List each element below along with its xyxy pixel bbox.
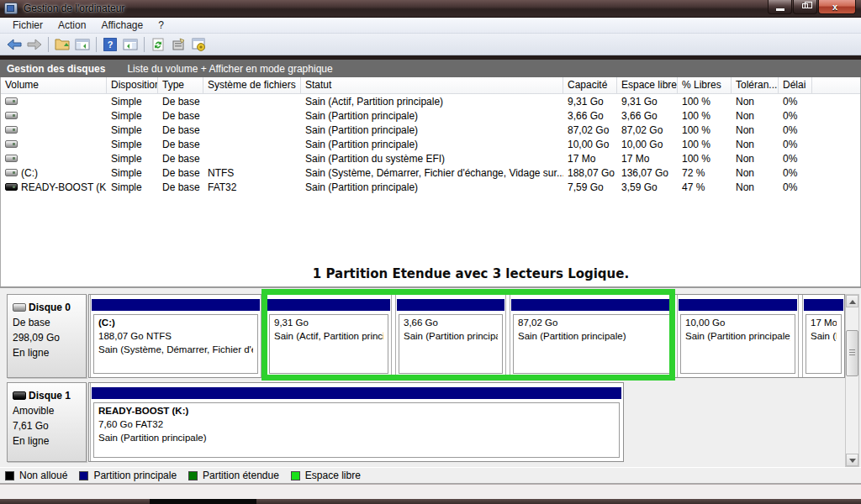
menu-fichier[interactable]: Fichier — [5, 18, 50, 33]
primary-partition-bar — [92, 299, 260, 311]
toolbar-separator — [48, 37, 49, 52]
back-icon[interactable] — [5, 35, 24, 54]
show-console-tree-icon[interactable] — [73, 35, 92, 54]
restore-button[interactable] — [793, 0, 817, 14]
primary-partition-bar — [511, 299, 672, 311]
column-header-pct-libres[interactable]: % Libres — [678, 77, 732, 93]
column-header-tolerance[interactable]: Toléran... — [732, 77, 779, 93]
legend-bar: Non alloué Partition principale Partitio… — [0, 467, 861, 484]
app-icon — [4, 3, 18, 14]
column-header-delai[interactable]: Délai — [779, 77, 812, 93]
help-icon[interactable]: ? — [101, 35, 119, 54]
svg-text:?: ? — [108, 39, 114, 50]
toolbar-separator — [96, 37, 97, 52]
volume-icon — [5, 126, 18, 134]
console-options-icon[interactable] — [189, 35, 208, 54]
refresh-icon[interactable] — [149, 35, 167, 54]
primary-partition-bar — [92, 387, 621, 399]
partition-3-66-go[interactable]: 3,66 Go Sain (Partition principal — [395, 295, 506, 377]
disk-icon — [13, 303, 26, 312]
disk0-size: 298,09 Go — [13, 332, 86, 344]
disk1-kind: Amovible — [13, 405, 86, 417]
close-button[interactable]: x — [818, 0, 856, 14]
disk-management-header: Gestion des disques Liste du volume + Af… — [0, 60, 861, 77]
table-row[interactable]: Simple De base Sain (Partition principal… — [1, 123, 860, 137]
close-icon: x — [832, 2, 837, 12]
table-row[interactable]: Simple De base Sain (Partition principal… — [1, 137, 860, 151]
disk0-label-panel[interactable]: Disque 0 De base 298,09 Go En ligne — [7, 294, 87, 378]
table-row[interactable]: READY-BOOST (K:) Simple De base FAT32 Sa… — [1, 180, 860, 194]
forward-icon[interactable] — [25, 35, 44, 54]
graphical-view: Disque 0 De base 298,09 Go En ligne (C:)… — [0, 288, 861, 484]
minimize-button[interactable] — [768, 0, 792, 14]
partition-87-02-go[interactable]: 87,02 Go Sain (Partition principale) — [510, 295, 673, 377]
primary-partition-bar — [397, 299, 504, 311]
disk1-strip: READY-BOOST (K:) 7,60 Go FAT32 Sain (Par… — [88, 382, 624, 462]
table-row[interactable]: Simple De base Sain (Partition principal… — [1, 108, 860, 123]
scrollbar-thumb[interactable] — [846, 330, 858, 376]
column-header-capacite[interactable]: Capacité — [563, 77, 617, 93]
volume-list: Volume Disposition Type Système de fichi… — [0, 77, 861, 286]
disk1-size: 7,61 Go — [13, 420, 86, 432]
partition-ready-boost[interactable]: READY-BOOST (K:) 7,60 Go FAT32 Sain (Par… — [90, 383, 622, 461]
column-header-filesystem[interactable]: Système de fichiers — [203, 77, 301, 93]
menu-bar: Fichier Action Affichage ? — [0, 18, 861, 34]
up-one-level-icon[interactable] — [53, 35, 71, 54]
table-row[interactable]: (C:) Simple De base NTFS Sain (Système, … — [1, 165, 860, 180]
partition-efi[interactable]: 17 Mo Sain (P — [802, 295, 844, 377]
removable-disk-icon — [13, 391, 26, 400]
disk1-status: En ligne — [13, 435, 86, 447]
properties-icon[interactable] — [169, 35, 188, 54]
column-header-disposition[interactable]: Disposition — [107, 77, 158, 93]
volume-icon — [5, 97, 18, 105]
taskbar-edge — [0, 499, 861, 504]
table-header: Volume Disposition Type Système de fichi… — [1, 77, 860, 94]
toolbar: ? — [0, 34, 861, 55]
legend-item-partition-etendue: Partition étendue — [188, 470, 279, 481]
primary-partition-bar — [267, 299, 390, 311]
menu-affichage[interactable]: Affichage — [93, 18, 151, 33]
legend-item-espace-libre: Espace libre — [291, 470, 361, 481]
legend-item-partition-principale: Partition principale — [79, 470, 177, 481]
volume-icon — [5, 140, 18, 148]
minimize-icon — [776, 8, 784, 11]
disk0-kind: De base — [13, 317, 86, 328]
table-row[interactable]: Simple De base Sain (Partition du systèm… — [1, 151, 860, 165]
status-bar — [0, 484, 861, 499]
volume-icon — [5, 169, 18, 176]
computer-management-window: Gestion de l'ordinateur x Fichier Action… — [0, 0, 861, 504]
disk1-name: Disque 1 — [29, 390, 71, 402]
window-title: Gestion de l'ordinateur — [24, 3, 124, 14]
free-space-swatch — [291, 471, 300, 480]
volume-icon — [5, 155, 18, 162]
panel-subtitle: Liste du volume + Afficher en mode graph… — [105, 63, 332, 75]
column-header-filler — [812, 77, 860, 93]
scroll-up-icon[interactable] — [846, 295, 858, 307]
legend-item-non-alloue: Non alloué — [5, 470, 67, 481]
restore-icon — [802, 3, 808, 8]
scroll-down-icon[interactable] — [846, 454, 858, 466]
partition-10-00-go[interactable]: 10,00 Go Sain (Partition principale) — [677, 295, 799, 377]
column-header-statut[interactable]: Statut — [301, 77, 563, 93]
column-header-type[interactable]: Type — [158, 77, 203, 93]
menu-action[interactable]: Action — [50, 18, 93, 33]
extended-partition-swatch — [188, 471, 198, 480]
column-header-volume[interactable]: Volume — [1, 77, 107, 93]
taskbar-button-edge — [150, 499, 256, 504]
disk0-strip: (C:) 188,07 Go NTFS Sain (Système, Démar… — [88, 294, 845, 378]
disk0-status: En ligne — [13, 347, 86, 359]
primary-partition-swatch — [79, 471, 88, 480]
disk1-label-panel[interactable]: Disque 1 Amovible 7,61 Go En ligne — [7, 382, 87, 462]
partition-c[interactable]: (C:) 188,07 Go NTFS Sain (Système, Démar… — [90, 295, 261, 377]
partition-9-31-go[interactable]: 9,31 Go Sain (Actif, Partition princi — [266, 295, 392, 377]
table-row[interactable]: Simple De base Sain (Actif, Partition pr… — [1, 94, 860, 108]
unallocated-swatch — [5, 471, 14, 480]
title-bar: Gestion de l'ordinateur x — [0, 0, 861, 18]
primary-partition-bar — [804, 299, 843, 311]
column-header-espace-libre[interactable]: Espace libre — [617, 77, 678, 93]
table-body: Simple De base Sain (Actif, Partition pr… — [1, 94, 860, 194]
volume-icon — [5, 112, 18, 119]
vertical-scrollbar[interactable] — [845, 294, 859, 467]
show-action-pane-icon[interactable] — [121, 35, 140, 54]
menu-help[interactable]: ? — [151, 18, 172, 33]
